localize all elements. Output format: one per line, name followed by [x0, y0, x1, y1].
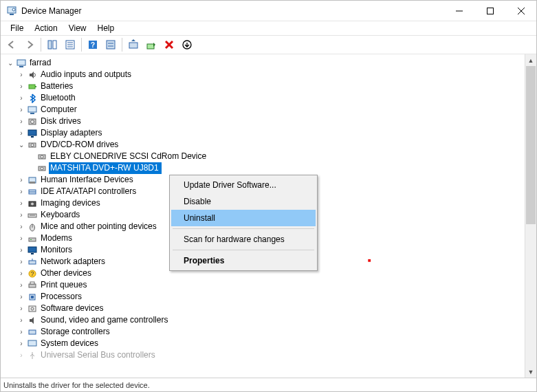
expand-toggle[interactable]: › — [16, 314, 27, 326]
expand-toggle[interactable]: › — [16, 256, 27, 268]
svg-point-34 — [31, 144, 34, 146]
disk-icon — [27, 116, 38, 127]
maximize-button[interactable] — [474, 1, 505, 21]
menu-view[interactable]: View — [63, 22, 92, 34]
tree-item-usb-controllers[interactable]: ›Universal Serial Bus controllers — [1, 349, 525, 361]
ctx-separator — [173, 228, 314, 229]
menu-help[interactable]: Help — [92, 22, 120, 34]
tree-item-disk-drives[interactable]: ›Disk drives — [1, 116, 525, 127]
tree-item-audio[interactable]: ›Audio inputs and outputs — [1, 69, 525, 80]
expand-toggle[interactable]: › — [16, 104, 27, 116]
mouse-icon — [27, 221, 38, 232]
cdrom-icon — [36, 163, 47, 174]
svg-rect-32 — [31, 136, 34, 138]
expand-toggle[interactable]: › — [16, 279, 27, 291]
tree-item-label: Computer — [39, 104, 78, 116]
update-driver-button[interactable] — [143, 36, 160, 53]
menu-action[interactable]: Action — [29, 22, 63, 34]
close-button[interactable] — [505, 1, 536, 21]
tree-item-elby-clonedrive[interactable]: ELBY CLONEDRIVE SCSI CdRom Device — [1, 151, 525, 162]
menubar: File Action View Help — [1, 21, 536, 35]
tree-item-matshita-dvd[interactable]: MATSHITA DVD+-RW UJ8D1 — [1, 162, 525, 174]
vertical-scrollbar[interactable]: ▲ ▼ — [525, 54, 536, 378]
tree-item-display-adapters[interactable]: ›Display adapters — [1, 127, 525, 139]
expand-toggle[interactable]: › — [16, 232, 27, 244]
expand-toggle[interactable]: › — [16, 244, 27, 256]
minimize-button[interactable] — [443, 1, 474, 21]
tree-item-print-queues[interactable]: ›Print queues — [1, 279, 525, 291]
expand-toggle[interactable]: › — [16, 80, 27, 92]
expand-toggle[interactable]: › — [16, 221, 27, 232]
scan-hardware-button[interactable] — [125, 36, 142, 53]
ctx-uninstall[interactable]: Uninstall — [171, 210, 316, 226]
disable-button[interactable] — [179, 36, 195, 53]
tree-root[interactable]: ⌄ farrad — [1, 57, 525, 69]
cdrom-icon — [27, 140, 38, 151]
back-button[interactable] — [3, 36, 20, 53]
svg-rect-31 — [28, 130, 36, 135]
svg-rect-61 — [29, 306, 36, 312]
computer-icon — [27, 105, 38, 116]
expand-toggle[interactable]: › — [16, 116, 27, 127]
help-button[interactable]: ? — [85, 36, 101, 53]
expand-toggle[interactable]: › — [16, 127, 27, 139]
expand-toggle[interactable]: ⌄ — [16, 139, 27, 151]
svg-rect-25 — [29, 85, 35, 89]
tree-item-software-devices[interactable]: ›Software devices — [1, 303, 525, 314]
app-icon — [6, 6, 17, 17]
tree-item-label: Mice and other pointing devices — [39, 221, 158, 232]
tree-item-batteries[interactable]: ›Batteries — [1, 80, 525, 92]
svg-rect-52 — [31, 253, 34, 254]
ctx-scan-hardware[interactable]: Scan for hardware changes — [171, 231, 316, 248]
show-hide-console-button[interactable] — [44, 36, 61, 53]
tree-item-storage-controllers[interactable]: ›Storage controllers — [1, 326, 525, 338]
expand-toggle[interactable]: › — [16, 268, 27, 279]
expand-toggle[interactable]: › — [16, 197, 27, 209]
tree-item-label: Storage controllers — [39, 326, 111, 338]
audio-icon — [27, 69, 38, 80]
tree-item-system-devices[interactable]: ›System devices — [1, 338, 525, 349]
expand-toggle[interactable]: › — [16, 92, 27, 104]
menu-file[interactable]: File — [5, 22, 29, 34]
action-list-button[interactable] — [102, 36, 119, 53]
expand-toggle[interactable]: › — [16, 69, 27, 80]
forward-button[interactable] — [21, 36, 38, 53]
hid-icon — [27, 175, 38, 186]
tree-item-label: Software devices — [39, 303, 105, 314]
svg-point-36 — [41, 155, 43, 158]
svg-rect-63 — [29, 330, 36, 334]
svg-rect-58 — [30, 282, 34, 284]
expand-toggle[interactable]: › — [16, 349, 27, 361]
keyboard-icon — [27, 210, 38, 221]
scroll-down-button[interactable]: ▼ — [525, 366, 536, 378]
properties-button[interactable] — [62, 36, 78, 53]
tree-item-label: Monitors — [39, 244, 74, 256]
tree-item-processors[interactable]: ›Processors — [1, 291, 525, 303]
expand-toggle[interactable]: › — [16, 303, 27, 314]
cpu-icon — [27, 292, 38, 303]
svg-rect-51 — [28, 247, 36, 252]
expand-toggle[interactable]: › — [16, 186, 27, 197]
expand-toggle[interactable]: › — [16, 291, 27, 303]
tree-item-dvd-cd-rom[interactable]: ⌄DVD/CD-ROM drives — [1, 139, 525, 151]
expand-toggle[interactable]: › — [16, 326, 27, 338]
ctx-update-driver[interactable]: Update Driver Software... — [171, 177, 316, 193]
ctx-properties[interactable]: Properties — [171, 252, 316, 269]
tree-item-label: DVD/CD-ROM drives — [39, 139, 120, 151]
expand-toggle[interactable]: › — [16, 174, 27, 186]
network-icon — [27, 257, 38, 268]
tree-item-label: Bluetooth — [39, 92, 77, 104]
uninstall-button[interactable] — [161, 36, 177, 53]
tree-item-bluetooth[interactable]: ›Bluetooth — [1, 92, 525, 104]
tree-item-computer[interactable]: ›Computer — [1, 104, 525, 116]
scroll-thumb[interactable] — [526, 66, 536, 224]
expand-toggle[interactable]: › — [16, 209, 27, 221]
expand-toggle[interactable]: › — [16, 338, 27, 349]
svg-rect-49 — [29, 238, 36, 241]
ctx-disable[interactable]: Disable — [171, 193, 316, 210]
tree-item-sound-video[interactable]: ›Sound, video and game controllers — [1, 314, 525, 326]
expand-toggle[interactable]: ⌄ — [5, 57, 16, 69]
scroll-up-button[interactable]: ▲ — [525, 54, 536, 66]
tree-item-label: Display adapters — [39, 127, 103, 139]
bluetooth-icon — [27, 93, 38, 104]
